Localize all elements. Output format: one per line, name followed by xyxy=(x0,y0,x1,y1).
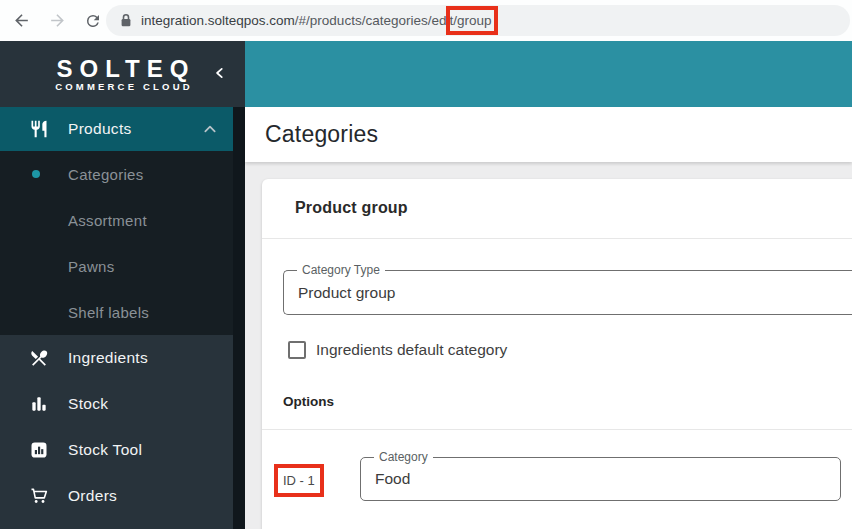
logo-subtitle: COMMERCE CLOUD xyxy=(50,81,196,92)
url-path: /#/products/categories/edit xyxy=(295,13,453,28)
sidebar-item-shelf-labels[interactable]: Shelf labels xyxy=(0,289,245,335)
address-bar[interactable]: integration.solteqpos.com/#/products/cat… xyxy=(106,5,850,36)
lock-icon xyxy=(120,13,132,28)
divider xyxy=(262,238,852,239)
sidebar-item-label: Stock Tool xyxy=(68,441,142,459)
url-domain: integration.solteqpos.com xyxy=(141,13,295,28)
products-submenu: Categories Assortment Pawns Shelf labels xyxy=(0,151,245,335)
sidebar-item-pawns[interactable]: Pawns xyxy=(0,243,245,289)
sidebar-item-label: Products xyxy=(68,120,132,138)
options-heading: Options xyxy=(283,394,334,409)
category-type-field-value: Product group xyxy=(298,284,395,302)
chevron-left-icon xyxy=(213,63,227,83)
sidebar-item-orders[interactable]: Orders xyxy=(0,473,233,519)
url-highlighted-segment: /group xyxy=(453,13,491,28)
sidebar-item-label: Ingredients xyxy=(68,349,148,367)
sidebar-item-label: Assortment xyxy=(68,212,147,229)
category-type-field-label: Category Type xyxy=(297,263,385,278)
chevron-up-icon xyxy=(203,120,217,138)
sidebar-item-label: Categories xyxy=(68,166,144,183)
sidebar-item-label: Pawns xyxy=(68,258,115,275)
forward-button[interactable] xyxy=(42,6,72,36)
crossed-utensils-icon xyxy=(28,347,50,369)
sidebar-item-label: Stock xyxy=(68,395,108,413)
category-name-field-label: Category xyxy=(374,450,433,465)
sidebar-item-assortment[interactable]: Assortment xyxy=(0,197,245,243)
reload-button[interactable] xyxy=(78,6,108,36)
screen: integration.solteqpos.com/#/products/cat… xyxy=(0,0,852,529)
logo-title: SOLTEQ xyxy=(50,56,196,81)
ingredients-default-checkbox-label: Ingredients default category xyxy=(316,341,507,359)
category-type-field[interactable]: Category Type Product group xyxy=(283,270,852,315)
back-button[interactable] xyxy=(6,6,36,36)
sidebar-item-label: Orders xyxy=(68,487,117,505)
category-name-field[interactable]: Category Food xyxy=(360,457,841,501)
card-title: Product group xyxy=(295,199,408,217)
sidebar-item-ingredients[interactable]: Ingredients xyxy=(0,335,233,381)
divider xyxy=(262,429,852,430)
sidebar-item-stock-tool[interactable]: Stock Tool xyxy=(0,427,233,473)
category-name-field-value: Food xyxy=(375,470,410,488)
reload-icon xyxy=(84,12,102,30)
sidebar-item-products[interactable]: Products xyxy=(0,107,233,151)
back-arrow-icon xyxy=(12,11,31,30)
category-edit-card: Product group Category Type Product grou… xyxy=(262,179,852,529)
page-title: Categories xyxy=(265,121,378,148)
sidebar-collapse-button[interactable] xyxy=(213,63,227,87)
sidebar-scrollbar-track[interactable] xyxy=(233,107,245,529)
cart-icon xyxy=(28,485,50,507)
restaurant-icon xyxy=(28,118,50,140)
ingredients-default-row: Ingredients default category xyxy=(288,341,507,359)
browser-toolbar: integration.solteqpos.com/#/products/cat… xyxy=(0,0,852,41)
bar-chart-icon xyxy=(28,393,50,415)
forward-arrow-icon xyxy=(48,11,67,30)
ingredients-default-checkbox[interactable] xyxy=(288,341,306,359)
row-id-label: ID - 1 xyxy=(283,473,315,488)
logo-text: SOLTEQ COMMERCE CLOUD xyxy=(50,56,196,92)
chart-box-icon xyxy=(28,439,50,461)
sidebar-item-categories[interactable]: Categories xyxy=(0,151,245,197)
sidebar-item-stock[interactable]: Stock xyxy=(0,381,233,427)
app-header-bar xyxy=(245,41,852,107)
sidebar: SOLTEQ COMMERCE CLOUD Products Categorie… xyxy=(0,41,245,529)
page-header: Categories xyxy=(245,107,852,162)
sidebar-logo: SOLTEQ COMMERCE CLOUD xyxy=(0,41,245,107)
sidebar-item-label: Shelf labels xyxy=(68,304,149,321)
url-text: integration.solteqpos.com/#/products/cat… xyxy=(141,13,491,28)
active-bullet-icon xyxy=(32,170,40,178)
